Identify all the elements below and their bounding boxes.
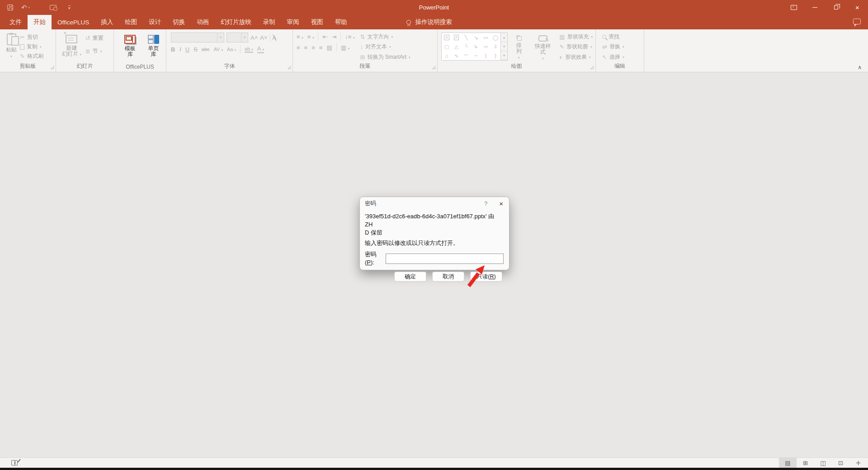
bullets-button[interactable]: ≡ ▾ [297,33,303,40]
password-input[interactable] [386,254,504,264]
tab-transitions[interactable]: 切换 [167,15,191,29]
align-right-button[interactable]: ≡ [311,44,315,51]
numbering-button[interactable]: ≡ ▾ [307,33,314,40]
normal-view-button[interactable]: ▤ [779,458,797,468]
font-size-combobox[interactable]: ▾ [226,33,248,42]
font-dialog-launcher-icon[interactable]: ◿ [288,66,291,70]
find-button[interactable]: 查找 [602,33,624,41]
character-spacing-button[interactable]: AV ▾ [214,47,223,52]
select-button[interactable]: ↖选择▾ [602,53,624,61]
shape-outline-button[interactable]: ✎形状轮廓▾ [559,43,593,51]
shape-line-arrow-icon[interactable]: ↘ [474,35,478,40]
shape-line-icon[interactable]: ╲ [465,35,468,40]
increase-indent-button[interactable]: ⇥ [331,33,336,40]
shape-gallery-more-icon[interactable]: ▾ [501,51,507,60]
font-name-combobox[interactable]: ▾ [171,33,224,42]
decrease-indent-button[interactable]: ⇤ [322,33,327,40]
undo-button[interactable]: ↶▾ [21,4,30,12]
shape-curve-icon[interactable]: ∼ [474,53,478,58]
ribbon-display-options-button[interactable] [783,0,804,15]
justify-button[interactable]: ≡ [319,44,323,51]
shrink-font-button[interactable]: A˅ [260,34,267,41]
highlight-color-button[interactable]: ab ▾ [245,46,253,53]
ok-button[interactable]: 确定 [394,272,426,282]
align-text-button[interactable]: ↕对齐文本▾ [360,43,410,51]
tell-me-search[interactable]: 操作说明搜索 [402,15,457,29]
align-left-button[interactable]: ≡ [297,44,300,51]
replace-button[interactable]: ⇄替换▾ [602,43,624,51]
tab-file[interactable]: 文件 [4,15,28,29]
shape-gallery-scroll-down-icon[interactable]: ▾ [501,42,507,51]
reset-button[interactable]: ↺重置 [85,33,104,43]
password-dialog-titlebar[interactable]: 密码 ? × [360,197,509,210]
bold-button[interactable]: B [171,46,175,53]
shape-rectangle-icon[interactable]: ▭ [483,35,488,40]
shape-fill-button[interactable]: ▨形状填充▾ [559,33,593,41]
single-page-library-button[interactable]: 单页库 [144,33,164,61]
shape-oval-icon[interactable]: ◯ [493,35,498,40]
tab-slideshow[interactable]: 幻灯片放映 [215,15,257,29]
cut-button[interactable]: ✂剪切 [20,33,43,42]
reading-view-button[interactable]: ◫ [814,458,832,468]
align-center-button[interactable]: ≡ [304,44,308,51]
tab-help[interactable]: 帮助 [329,15,353,29]
tab-officeplus[interactable]: OfficePLUS [52,15,95,29]
tab-home[interactable]: 开始 [28,15,52,29]
text-direction-button[interactable]: ⇅文字方向▾ [360,33,410,41]
dialog-help-button[interactable]: ? [484,200,487,207]
shape-text-box-icon[interactable]: A [444,35,449,40]
grow-font-button[interactable]: A˄ [250,34,258,41]
close-button[interactable]: × [847,0,868,15]
change-case-button[interactable]: Aa ▾ [227,47,236,52]
arrange-button[interactable]: 排列 ▾ [511,33,526,61]
shape-down-arrow-icon[interactable]: ⇩ [494,44,498,49]
spell-check-status-icon[interactable] [11,460,18,465]
shape-right-arrow-icon[interactable]: ⇨ [484,44,488,49]
template-library-button[interactable]: 模板库 [120,33,140,61]
distribute-button[interactable]: ▤ [326,44,332,51]
clipboard-dialog-launcher-icon[interactable]: ◿ [51,66,54,70]
restore-button[interactable] [826,0,847,15]
slideshow-view-button[interactable]: ⊡ [832,458,849,468]
quick-styles-button[interactable]: 快速样式 ▾ [530,33,556,61]
paste-button[interactable]: 粘贴 ▾ [4,33,19,61]
text-shadow-button[interactable]: S [193,46,198,53]
shape-left-brace-icon[interactable]: { [485,53,487,58]
drawing-dialog-launcher-icon[interactable]: ◿ [590,66,594,70]
tab-view[interactable]: 视图 [305,15,329,29]
new-slide-button[interactable]: 新建幻灯片 ▾ [60,33,84,61]
format-painter-button[interactable]: ✎格式刷 [20,52,43,61]
shape-right-brace-icon[interactable]: } [495,53,496,58]
tab-review[interactable]: 审阅 [281,15,305,29]
clear-formatting-button[interactable]: A [273,34,277,41]
start-slideshow-button[interactable] [38,5,57,10]
fit-to-window-button[interactable]: ✛ [849,458,867,468]
copy-button[interactable]: 复制▾ [20,42,43,52]
save-button[interactable] [7,5,13,10]
tab-record[interactable]: 录制 [257,15,281,29]
tab-design[interactable]: 设计 [143,15,167,29]
tab-draw[interactable]: 绘图 [119,15,143,29]
line-spacing-button[interactable]: ↕≡ ▾ [345,33,354,40]
customize-qat-button[interactable]: ▾ [65,5,71,10]
section-button[interactable]: ≣节▾ [85,47,104,56]
paragraph-dialog-launcher-icon[interactable]: ◿ [432,66,435,70]
shape-arc-icon[interactable]: ◠ [464,53,468,58]
columns-button[interactable]: ▥ ▾ [341,44,349,51]
italic-button[interactable]: I [179,46,181,53]
font-color-button[interactable]: A ▾ [257,45,264,53]
shape-rounded-rectangle-icon[interactable]: ▢ [444,44,449,49]
dialog-close-button[interactable]: × [499,200,503,207]
shape-elbow-connector-icon[interactable]: └ [464,44,468,49]
minimize-button[interactable] [804,0,826,15]
tab-animations[interactable]: 动画 [191,15,215,29]
convert-to-smartart-button[interactable]: ⊞转换为 SmartArt▾ [360,53,410,61]
shape-effects-button[interactable]: ◐形状效果▾ [559,53,593,61]
underline-button[interactable]: U [185,46,189,53]
comments-button[interactable] [853,19,861,24]
cancel-button[interactable]: 取消 [432,272,464,282]
shape-scribble-icon[interactable]: ∿ [454,53,458,58]
shape-triangle-icon[interactable]: △ [454,44,458,49]
slide-sorter-view-button[interactable]: ⊞ [797,458,814,468]
tab-insert[interactable]: 插入 [95,15,119,29]
